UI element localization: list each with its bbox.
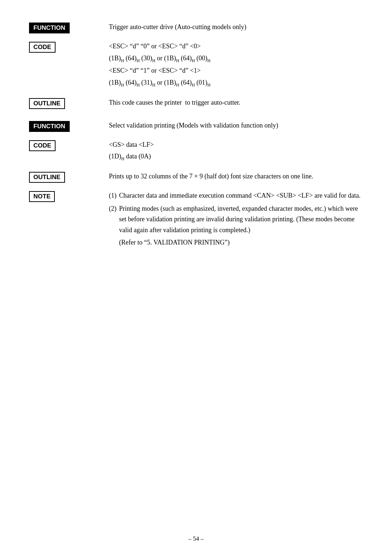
outline2-text: Prints up to 32 columns of the 7 × 9 (ha… <box>109 171 363 182</box>
section-note1: NOTE (1) Character data and immediate ex… <box>29 190 363 251</box>
section-code1: CODE <ESC> “d” “0” or <ESC> “d” <0> (1B)… <box>29 41 363 90</box>
section-outline2: OUTLINE Prints up to 32 columns of the 7… <box>29 171 363 183</box>
note1-text1: Character data and immediate execution c… <box>119 190 363 201</box>
code1-line2: (1B)H (64)H (30)H or (1B)H (64)H (00)H <box>109 53 363 64</box>
code1-line4: (1B)H (64)H (31)H or (1B)H (64)H (01)H <box>109 77 363 89</box>
function1-label: FUNCTION <box>29 23 70 33</box>
function2-text: Select validation printing (Models with … <box>109 120 363 131</box>
note1-num2: (2) <box>109 203 119 250</box>
outline1-label-cell: OUTLINE <box>29 97 109 109</box>
note1-text2-p2: (Refer to “5. VALIDATION PRINTING”) <box>119 237 363 248</box>
note1-item1: (1) Character data and immediate executi… <box>109 190 363 201</box>
page: FUNCTION Trigger auto-cutter drive (Auto… <box>0 0 392 557</box>
note1-text2: Printing modes (such as emphasized, inve… <box>119 203 363 250</box>
function1-content: Trigger auto-cutter drive (Auto-cutting … <box>109 22 363 34</box>
section-outline1: OUTLINE This code causes the printer to … <box>29 97 363 109</box>
note1-text2-p1: Printing modes (such as emphasized, inve… <box>119 203 363 236</box>
function2-label-cell: FUNCTION <box>29 120 109 132</box>
outline2-label: OUTLINE <box>29 172 65 183</box>
function2-content: Select validation printing (Models with … <box>109 120 363 132</box>
function2-label: FUNCTION <box>29 121 70 132</box>
note1-num1: (1) <box>109 190 119 201</box>
code2-line2: (1D)H data (0A) <box>109 151 363 162</box>
function1-text: Trigger auto-cutter drive (Auto-cutting … <box>109 22 363 32</box>
note1-item2: (2) Printing modes (such as emphasized, … <box>109 203 363 250</box>
code1-label-cell: CODE <box>29 41 109 53</box>
outline2-label-cell: OUTLINE <box>29 171 109 183</box>
code1-label: CODE <box>29 42 56 53</box>
note1-content: (1) Character data and immediate executi… <box>109 190 363 251</box>
outline1-content: This code causes the printer to trigger … <box>109 97 363 109</box>
section-code2: CODE <GS> data <LF> (1D)H data (0A) <box>29 140 363 164</box>
function1-label-cell: FUNCTION <box>29 22 109 33</box>
code2-content: <GS> data <LF> (1D)H data (0A) <box>109 140 363 164</box>
code1-line3: <ESC> “d” “1” or <ESC> “d” <1> <box>109 65 363 76</box>
outline1-text: This code causes the printer to trigger … <box>109 97 363 108</box>
section-function2: FUNCTION Select validation printing (Mod… <box>29 120 363 132</box>
code1-line1: <ESC> “d” “0” or <ESC> “d” <0> <box>109 41 363 52</box>
code2-label-cell: CODE <box>29 140 109 151</box>
outline2-content: Prints up to 32 columns of the 7 × 9 (ha… <box>109 171 363 183</box>
page-number: – 54 – <box>188 535 204 542</box>
note1-label: NOTE <box>29 191 55 202</box>
code2-label: CODE <box>29 140 56 151</box>
note1-label-cell: NOTE <box>29 190 109 202</box>
section-function1: FUNCTION Trigger auto-cutter drive (Auto… <box>29 22 363 34</box>
outline1-label: OUTLINE <box>29 98 65 109</box>
code2-line1: <GS> data <LF> <box>109 140 363 150</box>
code1-content: <ESC> “d” “0” or <ESC> “d” <0> (1B)H (64… <box>109 41 363 90</box>
